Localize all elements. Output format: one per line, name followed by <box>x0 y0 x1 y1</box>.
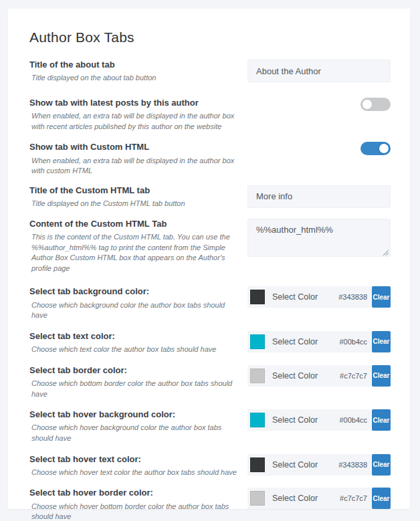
color-swatch <box>250 457 265 472</box>
color-swatch <box>250 334 265 349</box>
field-row-tab-hover-bg-color: Select tab hover background color: Choos… <box>29 409 391 443</box>
hex-value: #c7c7c7 <box>336 372 367 380</box>
toggle-knob <box>378 142 390 154</box>
tab-hover-bg-color-label: Select tab hover background color: <box>29 409 238 420</box>
tab-hover-border-color-label: Select tab hover border color: <box>29 488 238 498</box>
hex-value: #c7c7c7 <box>336 494 367 502</box>
latest-posts-description: When enabled, an extra tab will be displ… <box>29 111 238 132</box>
hex-value: #00b4cc <box>335 338 367 346</box>
field-row-tab-text-color: Select tab text color: Choose which text… <box>29 331 391 355</box>
tab-border-color-label: Select tab border color: <box>29 365 238 376</box>
tab-text-color-label: Select tab text color: <box>29 331 238 342</box>
clear-color-button[interactable]: Clear <box>372 331 391 352</box>
select-color-button[interactable]: Select Color #00b4cc <box>247 331 371 352</box>
tab-text-color-description: Choose which text color the author box t… <box>29 344 238 355</box>
about-title-input[interactable] <box>247 60 391 82</box>
tab-hover-bg-color-description: Choose which hover background color the … <box>29 423 238 443</box>
custom-html-description: When enabled, an extra tab will be displ… <box>29 156 238 177</box>
tab-border-color-description: Choose which bottom border color the aut… <box>29 379 238 399</box>
field-row-custom-html-title: Title of the Custom HTML tab Title displ… <box>29 185 391 209</box>
latest-posts-toggle[interactable] <box>360 98 391 111</box>
field-row-tab-hover-text-color: Select tab hover text color: Choose whic… <box>29 454 391 478</box>
color-swatch <box>250 413 265 427</box>
tab-bg-color-label: Select tab background color: <box>29 286 238 297</box>
select-color-button[interactable]: Select Color #343838 <box>247 454 371 476</box>
custom-html-content-textarea[interactable]: %%author_html%% <box>247 219 391 257</box>
toggle-knob <box>362 99 373 110</box>
about-title-description: Title displayed on the about tab button <box>29 73 238 84</box>
clear-color-button[interactable]: Clear <box>372 454 391 476</box>
custom-html-title-label: Title of the Custom HTML tab <box>29 185 238 196</box>
select-color-button[interactable]: Select Color #343838 <box>247 286 371 308</box>
select-color-button[interactable]: Select Color #c7c7c7 <box>247 365 371 387</box>
page-title: Author Box Tabs <box>29 29 391 45</box>
field-row-tab-border-color: Select tab border color: Choose which bo… <box>29 365 391 399</box>
tab-bg-color-description: Choose which background color the author… <box>29 300 238 321</box>
custom-html-content-description: This is the content of the Custom HTML t… <box>29 232 238 274</box>
clear-color-button[interactable]: Clear <box>372 488 391 509</box>
hex-value: #343838 <box>334 461 367 469</box>
custom-html-title-input[interactable] <box>247 185 391 208</box>
tab-hover-text-color-label: Select tab hover text color: <box>29 454 238 465</box>
field-row-tab-bg-color: Select tab background color: Choose whic… <box>29 286 391 320</box>
tab-hover-bg-color-control: Select Color #00b4cc Clear <box>247 409 391 431</box>
tab-bg-color-control: Select Color #343838 Clear <box>247 286 391 308</box>
tab-hover-text-color-description: Choose which hover text color the author… <box>29 467 238 478</box>
color-swatch <box>250 290 265 304</box>
custom-html-content-label: Content of the Custom HTML Tab <box>29 219 238 229</box>
custom-html-toggle[interactable] <box>360 142 391 155</box>
about-title-label: Title of the about tab <box>29 60 238 70</box>
field-row-tab-hover-border-color: Select tab hover border color: Choose wh… <box>29 488 391 521</box>
select-color-button[interactable]: Select Color #c7c7c7 <box>247 488 371 509</box>
hex-value: #00b4cc <box>335 416 367 424</box>
field-row-latest-posts: Show tab with latest posts by this autho… <box>29 98 391 132</box>
hex-value: #343838 <box>334 293 367 301</box>
field-row-custom-html-content: Content of the Custom HTML Tab This is t… <box>29 219 391 274</box>
field-row-custom-html: Show tab with Custom HTML When enabled, … <box>29 142 391 176</box>
clear-color-button[interactable]: Clear <box>372 365 391 387</box>
custom-html-label: Show tab with Custom HTML <box>29 142 238 152</box>
color-swatch <box>250 491 265 506</box>
clear-color-button[interactable]: Clear <box>372 286 391 308</box>
tab-text-color-control: Select Color #00b4cc Clear <box>247 331 391 352</box>
color-swatch <box>250 369 265 383</box>
tab-hover-text-color-control: Select Color #343838 Clear <box>247 454 391 476</box>
latest-posts-label: Show tab with latest posts by this autho… <box>29 98 238 108</box>
tab-border-color-control: Select Color #c7c7c7 Clear <box>247 365 391 387</box>
settings-card: Author Box Tabs Title of the about tab T… <box>8 9 410 509</box>
clear-color-button[interactable]: Clear <box>372 409 391 431</box>
tab-hover-border-color-control: Select Color #c7c7c7 Clear <box>247 488 391 509</box>
select-color-button[interactable]: Select Color #00b4cc <box>247 409 371 431</box>
tab-hover-border-color-description: Choose which hover bottom border color t… <box>29 502 238 521</box>
field-row-about-title: Title of the about tab Title displayed o… <box>29 60 391 84</box>
custom-html-title-description: Title displayed on the Custom HTML tab b… <box>29 199 238 209</box>
